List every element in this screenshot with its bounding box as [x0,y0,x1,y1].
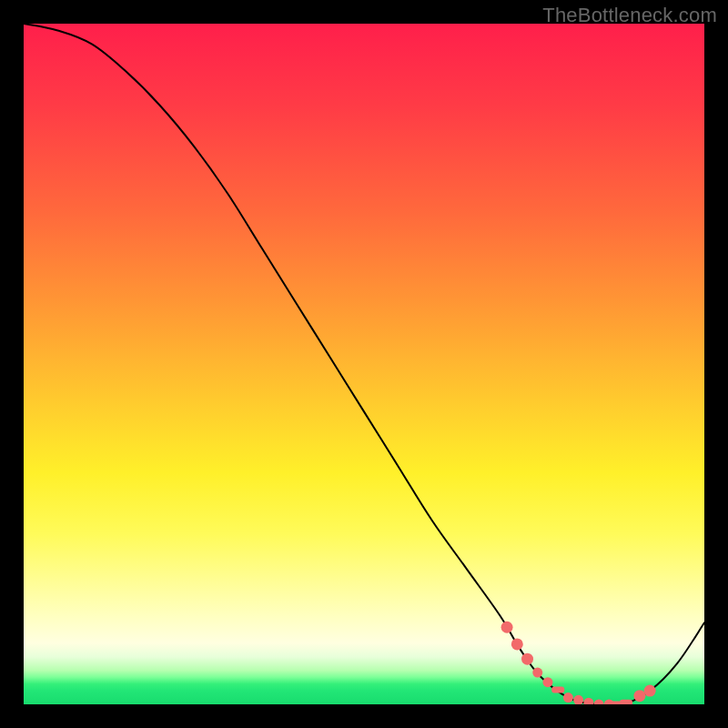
highlight-dot [583,698,593,704]
highlight-dot [633,690,645,702]
highlight-dot [511,638,523,650]
plot-area [24,24,704,704]
highlight-markers [501,622,656,704]
chart-overlay [24,24,704,704]
chart-frame: TheBottleneck.com [0,0,728,728]
highlight-dot [573,695,583,704]
highlight-dot [563,693,573,703]
highlight-dot [594,700,604,705]
highlight-dot [532,668,542,678]
highlight-dot [521,653,533,665]
highlight-dash [551,687,564,693]
highlight-dot [501,622,513,633]
bottleneck-curve [24,24,704,704]
watermark-label: TheBottleneck.com [542,4,717,27]
highlight-dash [620,700,632,704]
highlight-dot [644,685,656,697]
highlight-dot [542,677,552,687]
